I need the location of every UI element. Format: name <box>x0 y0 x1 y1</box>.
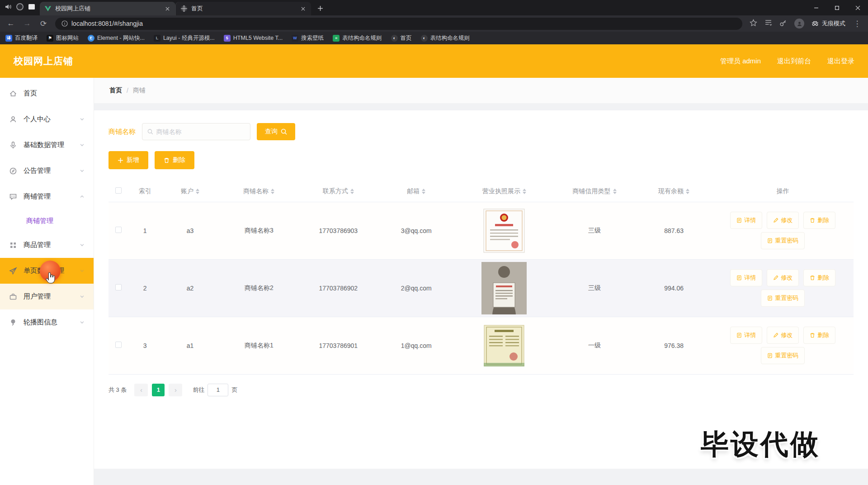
row-delete-button[interactable]: 删除 <box>803 327 835 344</box>
row-delete-button[interactable]: 删除 <box>803 269 835 286</box>
document-icon <box>736 333 742 338</box>
sidebar-item-product-management[interactable]: 商品管理 <box>0 232 94 258</box>
new-tab-button[interactable] <box>314 2 326 14</box>
detail-button[interactable]: 详情 <box>730 212 762 229</box>
browser-tab-active[interactable]: 校园网上店铺 <box>40 2 175 15</box>
delete-button[interactable]: 删除 <box>155 151 194 169</box>
col-header-license[interactable]: 营业执照展示 <box>455 181 553 202</box>
col-header-balance[interactable]: 现有余额 <box>636 181 712 202</box>
sidebar-item-user-management[interactable]: 用户管理 <box>0 284 94 309</box>
sidebar-item-home[interactable]: 首页 <box>0 81 94 106</box>
sort-caret-icon[interactable] <box>686 189 689 194</box>
breadcrumb-home[interactable]: 首页 <box>109 86 122 95</box>
bookmark-star-icon[interactable] <box>750 19 757 29</box>
tab-close-icon[interactable] <box>299 5 307 12</box>
row-checkbox[interactable] <box>115 284 122 290</box>
sidebar-subitem-shop-management[interactable]: 商铺管理 <box>0 209 94 232</box>
edit-button[interactable]: 修改 <box>767 269 799 286</box>
edit-button[interactable]: 修改 <box>767 212 799 229</box>
col-header-email[interactable]: 邮箱 <box>377 181 455 202</box>
breadcrumb-current: 商铺 <box>133 86 146 95</box>
pagination-total: 共 3 条 <box>108 386 127 394</box>
bookmark-item[interactable]: ◐首页 <box>391 34 412 42</box>
prev-page-button[interactable]: ‹ <box>134 384 148 396</box>
info-icon[interactable] <box>61 20 68 27</box>
query-button[interactable]: 查询 <box>257 123 295 140</box>
logout-link[interactable]: 退出登录 <box>827 57 854 66</box>
bookmark-item[interactable]: 5HTML5 Website T... <box>224 35 283 42</box>
exit-to-front-link[interactable]: 退出到前台 <box>777 57 811 66</box>
license-image[interactable] <box>481 262 527 314</box>
sidebar-item-single-page-data[interactable]: 单页数据管理 <box>0 258 94 284</box>
profile-avatar[interactable] <box>794 19 804 29</box>
bookmark-item[interactable]: LLayui - 经典开源模... <box>154 34 215 42</box>
reset-password-button[interactable]: 重置密码 <box>761 347 805 364</box>
sort-caret-icon[interactable] <box>523 189 526 194</box>
sidebar-item-carousel-info[interactable]: 轮播图信息 <box>0 309 94 335</box>
edit-button[interactable]: 修改 <box>767 327 799 344</box>
license-image[interactable] <box>483 209 525 253</box>
sidebar-item-base-data[interactable]: 基础数据管理 <box>0 132 94 158</box>
bookmark-item[interactable]: ≡表结构命名规则 <box>333 34 382 42</box>
tab-close-icon[interactable] <box>164 5 171 12</box>
sidebar-item-announcements[interactable]: 公告管理 <box>0 158 94 184</box>
pencil-icon <box>773 218 778 223</box>
add-button[interactable]: 新增 <box>108 151 148 169</box>
maximize-button[interactable] <box>826 0 847 15</box>
admin-user-label: 管理员 admin <box>720 57 761 66</box>
menu-kebab-icon[interactable]: ⋮ <box>853 19 862 29</box>
detail-button[interactable]: 详情 <box>730 327 762 344</box>
sort-caret-icon[interactable] <box>196 189 199 194</box>
trash-icon <box>164 157 170 163</box>
sort-caret-icon[interactable] <box>613 189 617 194</box>
url-field[interactable]: localhost:8081/#/shangjia <box>55 18 742 30</box>
reload-icon[interactable]: ⟳ <box>39 19 48 29</box>
license-image[interactable] <box>484 325 524 366</box>
password-key-icon[interactable] <box>779 19 787 29</box>
browser-tab-inactive[interactable]: 首页 <box>175 2 311 15</box>
page-number-active[interactable]: 1 <box>152 384 165 396</box>
trash-icon <box>810 333 815 338</box>
back-icon[interactable]: ← <box>6 19 15 28</box>
reset-password-button[interactable]: 重置密码 <box>761 232 805 249</box>
bookmark-item[interactable]: ⚑图标网站 <box>47 34 79 42</box>
app-header: 校园网上店铺 管理员 admin 退出到前台 退出登录 <box>0 44 868 78</box>
col-header-phone[interactable]: 联系方式 <box>299 181 377 202</box>
col-header-account[interactable]: 账户 <box>161 181 219 202</box>
reset-password-button[interactable]: 重置密码 <box>761 290 805 307</box>
sidebar-item-shop-management[interactable]: 商铺管理 <box>0 184 94 209</box>
shop-name-input[interactable] <box>156 128 245 135</box>
goto-label: 前往 <box>193 386 204 394</box>
bookmark-item[interactable]: W搜索壁纸 <box>292 34 324 42</box>
pinned-extension-icon[interactable] <box>16 3 24 12</box>
sort-caret-icon[interactable] <box>422 189 425 194</box>
row-checkbox[interactable] <box>115 227 122 233</box>
document-icon <box>767 238 773 243</box>
select-all-checkbox[interactable] <box>115 187 122 194</box>
sidebar-item-personal-center[interactable]: 个人中心 <box>0 106 94 132</box>
chevron-down-icon <box>80 117 85 122</box>
paper-plane-icon <box>9 267 17 275</box>
row-delete-button[interactable]: 删除 <box>803 212 835 229</box>
row-checkbox[interactable] <box>115 342 122 348</box>
sort-caret-icon[interactable] <box>271 189 274 194</box>
minimize-button[interactable] <box>806 0 826 15</box>
reading-list-icon[interactable] <box>764 19 772 29</box>
col-header-credit[interactable]: 商铺信用类型 <box>553 181 636 202</box>
sort-caret-icon[interactable] <box>350 189 354 194</box>
bookmark-item[interactable]: 译百度翻译 <box>5 34 38 42</box>
page-unit-label: 页 <box>231 386 237 394</box>
goto-page-input[interactable] <box>208 384 228 396</box>
bookmark-item[interactable]: EElement - 网站快... <box>88 34 145 42</box>
url-text: localhost:8081/#/shangjia <box>71 20 143 27</box>
main-content: 首页 / 商铺 商铺名称 查询 新增 <box>94 78 868 485</box>
forward-icon[interactable]: → <box>23 19 32 28</box>
pinned-tab-icon[interactable] <box>28 3 35 12</box>
bookmark-item[interactable]: ◐表结构命名规则 <box>421 34 470 42</box>
media-speaker-icon[interactable] <box>5 3 12 12</box>
next-page-button[interactable]: › <box>169 384 182 396</box>
col-header-shop-name[interactable]: 商铺名称 <box>219 181 299 202</box>
sheet-icon: ≡ <box>333 35 340 42</box>
close-window-button[interactable] <box>847 0 868 15</box>
detail-button[interactable]: 详情 <box>730 269 762 286</box>
